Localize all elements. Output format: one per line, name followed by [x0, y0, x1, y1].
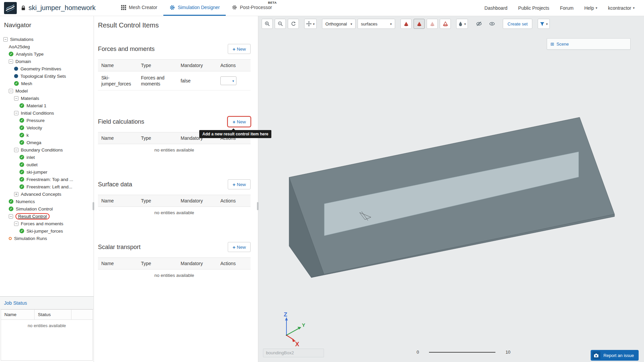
tree-item-k[interactable]: ✓k: [0, 131, 94, 139]
collapse-icon[interactable]: −: [3, 37, 8, 42]
tree-item-materials[interactable]: −Materials: [0, 95, 94, 102]
projection-select[interactable]: Orthogonal▾: [322, 19, 356, 29]
collapse-icon[interactable]: −: [9, 59, 13, 64]
user-menu[interactable]: kcontractor▾: [608, 5, 635, 11]
scene-panel-header[interactable]: ⊞ Scene: [547, 38, 631, 50]
tree-item-numerics[interactable]: ✓Numerics: [0, 198, 94, 205]
tree-item-simulations[interactable]: −Simulations: [0, 36, 94, 43]
check-icon: ✓: [19, 229, 24, 233]
panel-resize-handle[interactable]: [93, 202, 94, 210]
column-header: Actions: [217, 60, 251, 71]
row-actions-select[interactable]: ▾: [220, 76, 236, 85]
tab-mesh-creator[interactable]: Mesh Creator: [115, 0, 163, 16]
create-set-button[interactable]: Create set: [503, 19, 532, 29]
table-header: NameTypeMandatoryActions: [98, 195, 251, 207]
tree-label: Domain: [15, 59, 31, 64]
page-title: Result Control Items: [98, 16, 251, 29]
collapse-icon[interactable]: −: [14, 148, 18, 152]
new-forces-and-moments-button[interactable]: +New: [228, 44, 251, 54]
hide-selection-button[interactable]: [473, 19, 484, 29]
render-mode-solid-button[interactable]: [400, 19, 412, 29]
reset-view-button[interactable]: [288, 19, 299, 29]
chevron-down-icon: ▾: [596, 6, 597, 10]
collapse-icon[interactable]: −: [14, 111, 18, 115]
tree-item-aoa25deg[interactable]: AoA25deg: [0, 43, 94, 50]
collapse-icon[interactable]: −: [9, 89, 13, 93]
funnel-icon: [540, 21, 545, 26]
expand-icon: ⊞: [550, 42, 554, 47]
tree-label: Velocity: [26, 125, 42, 130]
pan-mode-dropdown[interactable]: ▾: [304, 19, 317, 29]
tab-simulation-designer[interactable]: Simulation Designer: [163, 0, 226, 16]
expand-icon[interactable]: +: [14, 192, 18, 196]
public-projects-link[interactable]: Public Projects: [518, 5, 549, 11]
tree-item-forces-and-moments[interactable]: −Forces and moments: [0, 220, 94, 227]
tree-item-outlet[interactable]: ✓outlet: [0, 161, 94, 168]
collapse-icon[interactable]: −: [14, 222, 18, 226]
column-header: Name: [98, 60, 138, 71]
beta-badge: BETA: [268, 1, 277, 4]
help-menu[interactable]: Help▾: [584, 5, 597, 11]
result-control-panel: Result Control Items Forces and moments+…: [94, 16, 258, 362]
column-header: Type: [138, 60, 177, 71]
section-title: Surface data: [98, 181, 132, 188]
collapse-icon[interactable]: −: [14, 96, 18, 101]
tree-item-inlet[interactable]: ✓inlet: [0, 154, 94, 161]
tree-item-topological-entity-sets[interactable]: Topological Entity Sets: [0, 72, 94, 80]
display-mode-select[interactable]: surfaces▾: [358, 19, 395, 29]
tree-item-pressure[interactable]: ✓Pressure: [0, 117, 94, 124]
grid-icon: [121, 5, 126, 10]
zoom-in-button[interactable]: [262, 19, 273, 29]
entity-dot-icon: [14, 67, 18, 71]
navbar-links: Dashboard Public Projects Forum Help▾ kc…: [484, 5, 644, 11]
dashboard-link[interactable]: Dashboard: [484, 5, 507, 11]
bounding-box-name-field[interactable]: boundingBox2: [263, 349, 324, 357]
tree-item-material-1[interactable]: ✓Material 1: [0, 102, 94, 109]
color-dropdown[interactable]: ▾: [456, 19, 468, 29]
tree-label: Geometry Primitives: [20, 66, 61, 71]
empty-message: no entities available: [1, 320, 93, 328]
viewport-3d[interactable]: Z Y X ▾: [258, 16, 644, 362]
chevron-down-icon: ▾: [232, 79, 234, 83]
tree-label: Advanced Concepts: [21, 192, 61, 197]
new-field-calculations-button[interactable]: +New: [228, 117, 251, 127]
column-header: Type: [138, 258, 177, 269]
render-mode-surface-button[interactable]: [414, 19, 425, 29]
droplet-icon: [458, 21, 463, 26]
tree-item-domain[interactable]: −Domain: [0, 58, 94, 65]
check-icon: ✓: [9, 52, 13, 56]
show-all-button[interactable]: [486, 19, 497, 29]
tree-item-geometry-primitives[interactable]: Geometry Primitives: [0, 65, 94, 72]
tree-item-simulation-runs[interactable]: Simulation Runs: [0, 235, 94, 242]
tab-post-processor[interactable]: Post-Processor BETA: [226, 0, 278, 16]
tree-item-initial-conditions[interactable]: −Initial Conditions: [0, 109, 94, 117]
tree-item-mesh[interactable]: ✓Mesh: [0, 80, 94, 87]
tree-item-analysis-type[interactable]: ✓Analysis Type: [0, 50, 94, 58]
forum-link[interactable]: Forum: [560, 5, 573, 11]
panel-resize-handle[interactable]: [257, 202, 259, 210]
job-status-title: Job Status: [0, 297, 94, 309]
tree-item-simulation-control[interactable]: ✓Simulation Control: [0, 205, 94, 213]
tree-item-result-control[interactable]: −Result Control: [0, 213, 94, 220]
report-issue-button[interactable]: Report an issue: [591, 350, 639, 361]
render-mode-wireframe-button[interactable]: [440, 19, 451, 29]
filter-dropdown[interactable]: ▾: [538, 19, 550, 29]
tree-item-omega[interactable]: ✓Omega: [0, 139, 94, 146]
result-control-sections: Forces and moments+NewNameTypeMandatoryA…: [98, 44, 251, 279]
tree-item-model[interactable]: −Model: [0, 87, 94, 95]
collapse-icon[interactable]: −: [9, 214, 13, 219]
new-surface-data-button[interactable]: +New: [228, 179, 251, 189]
tree-item-freestream-left-and[interactable]: ✓Freestream: Left and...: [0, 183, 94, 190]
new-scalar-transport-button[interactable]: +New: [228, 242, 251, 252]
viewport-toolbar: ▾ Orthogonal▾ surfaces▾: [262, 19, 550, 29]
zoom-out-button[interactable]: [275, 19, 286, 29]
tree-item-ski-jumper[interactable]: ✓ski-jumper: [0, 168, 94, 176]
simscale-logo-icon[interactable]: [4, 2, 17, 14]
job-status-panel: Job Status Name Status no entities avail…: [0, 296, 94, 362]
tree-item-velocity[interactable]: ✓Velocity: [0, 124, 94, 131]
tree-item-boundary-conditions[interactable]: −Boundary Conditions: [0, 146, 94, 154]
tree-item-ski-jumper-forces[interactable]: ✓Ski-jumper_forces: [0, 227, 94, 235]
tree-item-freestream-top-and[interactable]: ✓Freestream: Top and ...: [0, 176, 94, 183]
tree-item-advanced-concepts[interactable]: +Advanced Concepts: [0, 190, 94, 198]
render-mode-translucent-button[interactable]: [427, 19, 438, 29]
